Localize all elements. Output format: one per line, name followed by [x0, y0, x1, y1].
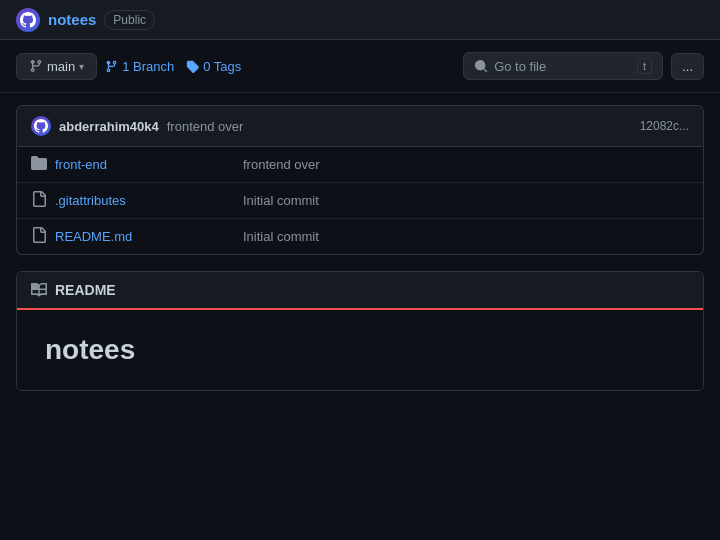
file-name-link[interactable]: .gitattributes: [55, 193, 235, 208]
search-icon: [474, 59, 488, 73]
file-commit-message: frontend over: [243, 157, 689, 172]
commit-author[interactable]: abderrahim40k4: [59, 119, 159, 134]
branch-selector[interactable]: main ▾: [16, 53, 97, 80]
go-to-file-button[interactable]: Go to file t: [463, 52, 663, 80]
chevron-down-icon: ▾: [79, 61, 84, 72]
go-to-file-kbd: t: [637, 58, 652, 74]
file-table: front-end frontend over .gitattributes I…: [16, 147, 704, 255]
repo-badge: Public: [104, 10, 155, 30]
file-icon: [31, 191, 47, 210]
branch-count-icon: [105, 60, 118, 73]
content-area: abderrahim40k4 frontend over 12082c... f…: [0, 105, 720, 391]
readme-title: README: [55, 282, 116, 298]
commit-message: frontend over: [167, 119, 244, 134]
more-options-label: ...: [682, 59, 693, 74]
branch-label: main: [47, 59, 75, 74]
readme-section: README notees: [16, 271, 704, 391]
table-row: .gitattributes Initial commit: [17, 183, 703, 219]
branch-count-label: 1 Branch: [122, 59, 174, 74]
table-row: README.md Initial commit: [17, 219, 703, 254]
go-to-file-label: Go to file: [494, 59, 546, 74]
table-row: front-end frontend over: [17, 147, 703, 183]
book-icon: [31, 282, 47, 298]
repo-name[interactable]: notees: [48, 11, 96, 28]
commit-hash[interactable]: 12082c...: [640, 119, 689, 133]
file-name-link[interactable]: front-end: [55, 157, 235, 172]
toolbar: main ▾ 1 Branch 0 Tags Go to file t ...: [0, 40, 720, 93]
tag-count-link[interactable]: 0 Tags: [186, 59, 241, 74]
file-name-link[interactable]: README.md: [55, 229, 235, 244]
readme-content: notees: [17, 310, 703, 390]
commit-bar: abderrahim40k4 frontend over 12082c...: [16, 105, 704, 147]
readme-header: README: [17, 272, 703, 310]
readme-heading: notees: [45, 334, 675, 366]
tag-icon: [186, 60, 199, 73]
file-commit-message: Initial commit: [243, 193, 689, 208]
commit-avatar: [31, 116, 51, 136]
folder-icon: [31, 155, 47, 174]
top-bar: notees Public: [0, 0, 720, 40]
tag-count-label: 0 Tags: [203, 59, 241, 74]
file-commit-message: Initial commit: [243, 229, 689, 244]
repo-avatar: [16, 8, 40, 32]
branch-tag-group: 1 Branch 0 Tags: [105, 59, 241, 74]
more-options-button[interactable]: ...: [671, 53, 704, 80]
branch-icon: [29, 59, 43, 73]
file-icon: [31, 227, 47, 246]
branch-count-link[interactable]: 1 Branch: [105, 59, 174, 74]
